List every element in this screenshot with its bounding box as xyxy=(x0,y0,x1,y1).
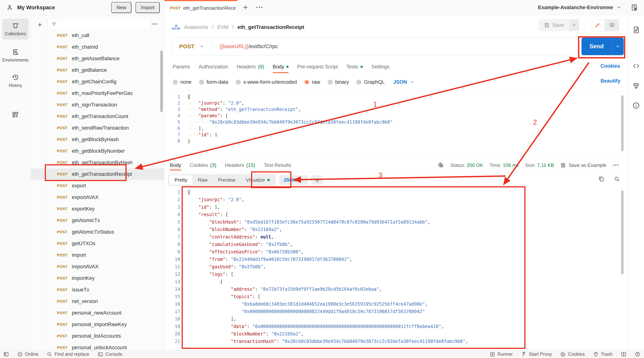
request-tab-item[interactable]: Settings xyxy=(371,61,390,72)
request-list-item[interactable]: POST eth_chainId xyxy=(31,41,164,53)
breadcrumb-folder[interactable]: EVM xyxy=(217,24,228,30)
add-request-button[interactable]: + xyxy=(38,20,42,29)
request-tab-item[interactable]: Body xyxy=(273,61,289,72)
method-select[interactable]: POST xyxy=(172,43,211,50)
request-list-item[interactable]: POST net_version xyxy=(31,296,164,307)
request-list-item[interactable]: POST personal_unlockAccount xyxy=(31,342,164,350)
copy-icon[interactable] xyxy=(598,176,604,182)
help-icon[interactable] xyxy=(635,352,640,357)
console-button[interactable]: Console xyxy=(98,352,123,357)
sidebar-item-environments[interactable]: Environments xyxy=(2,45,28,66)
request-list-item[interactable]: POST eth_getBalance xyxy=(31,64,164,76)
info-icon[interactable] xyxy=(632,102,640,109)
request-tab-item[interactable]: Headers (9) xyxy=(237,61,264,72)
request-tab[interactable]: POST eth_getTransactionRece xyxy=(164,0,238,15)
request-list-item[interactable]: POST importAVAX xyxy=(31,261,164,272)
request-list-item[interactable]: POST personal_importRawKey xyxy=(31,319,164,330)
body-mode-radio[interactable]: raw xyxy=(304,79,320,85)
import-button[interactable]: Import xyxy=(136,2,160,13)
request-tab-item[interactable]: Authorization xyxy=(198,61,228,72)
body-mode-radio[interactable]: none xyxy=(173,79,192,85)
new-button[interactable]: New xyxy=(111,2,132,13)
cookies-button[interactable]: Cookies xyxy=(560,352,585,357)
request-list-item[interactable]: POST getAtomicTxStatus xyxy=(31,226,164,238)
request-list-item[interactable]: POST issueTx xyxy=(31,284,164,296)
cookies-link[interactable]: Cookies xyxy=(600,63,620,69)
network-info-icon[interactable] xyxy=(438,162,444,168)
request-list-item[interactable]: POST exportAVAX xyxy=(31,191,164,203)
request-tab-item[interactable]: Pre-request Script xyxy=(297,61,338,72)
workspace-title[interactable]: My Workspace xyxy=(17,4,55,11)
two-pane-icon[interactable] xyxy=(621,352,626,357)
request-list-item[interactable]: POST eth_signTransaction xyxy=(31,99,164,111)
save-as-example-button[interactable]: Save as Example xyxy=(560,163,606,168)
save-options-button[interactable] xyxy=(569,19,579,31)
request-list-item[interactable]: POST eth_getBlockByHash xyxy=(31,134,164,145)
new-tab-button[interactable]: + xyxy=(243,2,248,12)
response-view-tab[interactable]: Pretty xyxy=(169,175,193,185)
request-list-item[interactable]: POST personal_listAccounts xyxy=(31,330,164,342)
sidebar-item-history[interactable]: History xyxy=(2,70,28,91)
breadcrumb-collection[interactable]: Avalanche xyxy=(184,24,208,30)
response-tab-item[interactable]: Cookies (3) xyxy=(190,160,216,171)
documentation-icon[interactable] xyxy=(632,26,640,34)
start-proxy-button[interactable]: Start Proxy xyxy=(521,352,552,357)
request-list-item[interactable]: POST eth_getTransactionCount xyxy=(31,111,164,122)
search-icon[interactable] xyxy=(614,176,620,182)
body-mode-radio[interactable]: form-data xyxy=(199,79,228,85)
response-body[interactable]: 1{2 "jsonrpc": "2.0",3 "id": 1,4 "result… xyxy=(164,187,624,350)
request-list-item[interactable]: POST export xyxy=(31,180,164,191)
request-list-item[interactable]: POST exportKey xyxy=(31,203,164,215)
wrap-lines-button[interactable] xyxy=(311,175,323,184)
body-mode-radio[interactable]: binary xyxy=(328,79,349,85)
sidebar-options-icon[interactable]: ••• xyxy=(152,21,158,27)
response-options-icon[interactable]: ••• xyxy=(613,163,619,168)
request-list-item[interactable]: POST getUTXOs xyxy=(31,238,164,249)
request-list-item[interactable]: POST eth_getBlockByNumber xyxy=(31,145,164,157)
response-scrollbar[interactable] xyxy=(621,190,624,274)
environment-quick-look-icon[interactable] xyxy=(630,4,638,11)
online-status[interactable]: Online xyxy=(17,352,38,357)
send-button[interactable]: Send xyxy=(582,38,612,55)
edit-mode-button[interactable] xyxy=(590,19,605,31)
sidebar-toggle-icon[interactable] xyxy=(3,352,9,357)
code-snippet-icon[interactable] xyxy=(632,62,640,70)
response-tab-item[interactable]: Body xyxy=(170,160,181,171)
request-list-item[interactable]: POST import xyxy=(31,249,164,261)
request-list-item[interactable]: POST personal_newAccount xyxy=(31,307,164,319)
sidebar-scrollbar[interactable] xyxy=(160,50,163,112)
beautify-link[interactable]: Beautify xyxy=(600,78,620,84)
comment-mode-button[interactable] xyxy=(605,19,619,31)
tab-options-icon[interactable]: ••• xyxy=(256,4,264,10)
sidebar-search-input[interactable] xyxy=(47,18,150,30)
body-mode-radio[interactable]: x-www-form-urlencoded xyxy=(236,79,297,85)
request-list-item[interactable]: POST eth_getAssetBalance xyxy=(31,53,164,64)
request-body-editor[interactable]: 1{2····"jsonrpc": "2.0",3····"method": "… xyxy=(164,91,624,158)
response-tab-item[interactable]: Test Results xyxy=(264,160,291,171)
request-list-item[interactable]: POST getAtomicTx xyxy=(31,215,164,226)
runner-button[interactable]: Runner xyxy=(490,352,513,357)
request-tab-item[interactable]: Params xyxy=(173,61,190,72)
response-view-tab[interactable]: Preview xyxy=(213,175,240,185)
request-list-item[interactable]: POST eth_getChainConfig xyxy=(31,76,164,87)
request-list-item[interactable]: POST eth_call xyxy=(31,30,164,41)
breadcrumb-request-name[interactable]: eth_getTransactionReceipt xyxy=(238,24,304,30)
response-language-select[interactable]: JSON xyxy=(279,175,308,185)
save-button[interactable]: Save xyxy=(539,19,569,31)
body-mode-radio[interactable]: GraphQL xyxy=(356,79,385,85)
find-and-replace[interactable]: Find and replace xyxy=(47,352,89,357)
editor-scrollbar[interactable] xyxy=(621,95,624,151)
url-input[interactable]: {{baseURL}}/ext/bc/C/rpc xyxy=(212,43,278,49)
request-tab-item[interactable]: Tests xyxy=(346,61,363,72)
configure-sidebar-icon[interactable] xyxy=(11,111,20,119)
language-select[interactable]: JSON xyxy=(393,79,414,85)
send-options-button[interactable] xyxy=(612,38,624,55)
request-list-item[interactable]: POST eth_maxPriorityFeePerGas xyxy=(31,87,164,99)
request-list-item[interactable]: POST importKey xyxy=(31,272,164,284)
sidebar-item-collections[interactable]: Collections xyxy=(2,19,28,39)
request-list-item[interactable]: POST eth_getTransactionByHash xyxy=(31,157,164,168)
response-view-tab[interactable]: Visualize xyxy=(240,175,275,185)
response-view-tab[interactable]: Raw xyxy=(193,175,213,185)
trash-button[interactable]: Trash xyxy=(593,352,613,357)
environment-selector[interactable]: Example-Avalanche-Environme xyxy=(538,0,622,15)
